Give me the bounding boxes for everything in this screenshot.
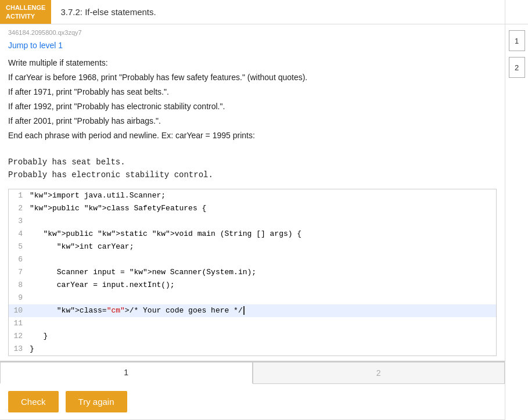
code-line: 5 "kw">int carYear; [9,240,496,253]
level-btn-1[interactable]: 1 [509,30,525,51]
try-again-button[interactable]: Try again [66,391,127,412]
code-line: 9 [9,292,496,304]
content-panel: 346184.2095800.qx3zqy7 Jump to level 1 W… [0,24,505,420]
code-line: 6 [9,253,496,266]
session-id: 346184.2095800.qx3zqy7 [0,24,505,38]
jump-to-level: Jump to level 1 [0,38,505,57]
code-line: 7 Scanner input = "kw">new Scanner(Syste… [9,266,496,279]
code-line: 10 "kw">class="cm">/* Your code goes her… [9,304,496,317]
code-line: 11 [9,317,496,330]
tab-bar: 1 2 [0,361,505,384]
challenge-activity-label: CHALLENGE ACTIVITY [0,0,51,24]
instruction-line2: If carYear is before 1968, print "Probab… [8,71,497,84]
instruction-line6: End each phrase with period and newline.… [8,130,497,142]
code-editor[interactable]: 1"kw">import java.util.Scanner;2"kw">pub… [8,189,497,356]
code-line: 4 "kw">public "kw">static "kw">void main… [9,228,496,240]
button-bar: Check Try again [0,384,505,419]
main-container: 346184.2095800.qx3zqy7 Jump to level 1 W… [0,24,528,420]
page-title: 3.7.2: If-else statements. [51,7,505,17]
output-line1: Probably has seat belts. [8,156,497,168]
code-line: 8 carYear = input.nextInt(); [9,279,496,292]
instruction-line5: If after 2001, print "Probably has airba… [8,115,497,127]
bookmark-button[interactable] [505,0,528,24]
code-line: 12 } [9,330,496,343]
instructions: Write multiple if statements: If carYear… [0,57,505,151]
header: CHALLENGE ACTIVITY 3.7.2: If-else statem… [0,0,528,24]
check-button[interactable]: Check [8,391,59,412]
jump-to-level-link[interactable]: Jump to level 1 [8,41,63,50]
code-line: 3 [9,215,496,228]
instruction-line4: If after 1992, print "Probably has elect… [8,100,497,113]
code-line: 1"kw">import java.util.Scanner; [9,189,496,202]
code-line: 2"kw">public "kw">class SafetyFeatures { [9,202,496,215]
level-sidebar: 1 2 [505,24,528,420]
instruction-line1: Write multiple if statements: [8,57,497,69]
tab-2[interactable]: 2 [253,362,505,384]
output-line2: Probably has electronic stability contro… [8,168,497,181]
level-btn-2[interactable]: 2 [509,57,525,78]
tab-1[interactable]: 1 [0,362,253,384]
output-preview: Probably has seat belts. Probably has el… [0,151,505,189]
instruction-line3: If after 1971, print "Probably has seat … [8,86,497,98]
code-line: 13} [9,343,496,356]
